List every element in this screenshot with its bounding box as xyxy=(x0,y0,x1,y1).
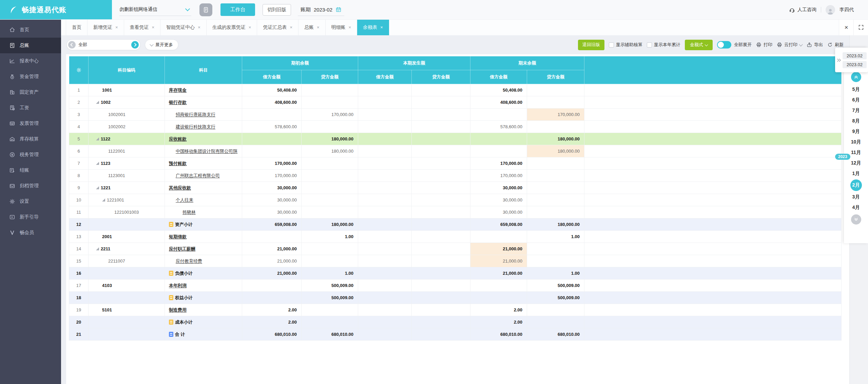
month-item-5月[interactable]: 5月 xyxy=(844,84,868,95)
subject-link[interactable]: 本年利润 xyxy=(169,283,187,289)
month-item-7月[interactable]: 7月 xyxy=(844,105,868,116)
table-row[interactable]: 16负债小计21,000.001.0021,000.001.00 xyxy=(69,267,842,280)
subject-link[interactable]: 招商银行唐延路支行 xyxy=(176,112,215,118)
table-row[interactable]: 71123预付账款170,000.00170,000.00 xyxy=(69,157,842,170)
period-selector[interactable]: 账期 2023-02 xyxy=(298,3,344,16)
avatar[interactable] xyxy=(826,5,835,15)
subject-link[interactable]: 库存现金 xyxy=(169,87,187,93)
tab-凭证汇总表[interactable]: 凭证汇总表× xyxy=(257,19,298,35)
support-link[interactable]: 人工咨询 xyxy=(789,7,816,13)
table-row[interactable]: 152211007应付教育经费21,000.0021,000.00 xyxy=(69,255,842,267)
subject-link[interactable]: 制造费用 xyxy=(169,307,187,313)
month-item-1月[interactable]: 1月 xyxy=(844,168,868,179)
show-ytd-checkbox[interactable] xyxy=(647,42,652,47)
sidebar-item-库存核算[interactable]: 库存核算 xyxy=(0,131,61,147)
tab-查看凭证[interactable]: 查看凭证× xyxy=(124,19,161,35)
close-tab-icon[interactable]: × xyxy=(115,25,118,30)
table-row[interactable]: 91221其他应收款30,000.0030,000.00 xyxy=(69,182,842,194)
month-item-10月[interactable]: 10月 xyxy=(844,137,868,147)
table-row[interactable]: 101221001个人往来30,000.0030,000.00 xyxy=(69,194,842,206)
sidebar-item-畅会员[interactable]: 畅会员 xyxy=(0,225,61,241)
close-tab-icon[interactable]: × xyxy=(249,25,251,30)
show-aux-checkbox-group[interactable]: 显示辅助核算 xyxy=(609,42,642,48)
account-filter[interactable]: 全部 xyxy=(66,39,140,50)
sidebar-item-报表中心[interactable]: 报表中心 xyxy=(0,53,61,69)
table-row[interactable]: 81123001广州联志工程有限公司170,000.00170,000.00 xyxy=(69,170,842,182)
expand-more-button[interactable]: 展开更多 xyxy=(145,39,178,50)
table-row[interactable]: 195101制造费用2.002.00 xyxy=(69,304,842,316)
subject-link[interactable]: 应付教育经费 xyxy=(176,258,202,264)
sidebar-item-首页[interactable]: 首页 xyxy=(0,22,61,38)
tab-生成的发票凭证[interactable]: 生成的发票凭证× xyxy=(207,19,257,35)
fullscreen-icon[interactable] xyxy=(853,19,868,35)
expand-triangle-icon[interactable] xyxy=(96,162,99,165)
export-button[interactable]: 导出 xyxy=(807,42,823,48)
tab-总账[interactable]: 总账× xyxy=(298,19,326,35)
table-row[interactable]: 31002001招商银行唐延路支行170,000.00170,000.00 xyxy=(69,109,842,121)
tab-新增凭证[interactable]: 新增凭证× xyxy=(88,19,124,35)
chevron-right-icon[interactable] xyxy=(131,41,139,49)
sidebar-item-税务管理[interactable]: 税务管理 xyxy=(0,147,61,162)
sidebar-item-结账[interactable]: 结账 xyxy=(0,162,61,178)
subject-link[interactable]: 中国移动集团设计院有限公司陕 xyxy=(176,148,237,154)
show-ytd-checkbox-group[interactable]: 显示本年累计 xyxy=(647,42,680,48)
memo-button[interactable] xyxy=(199,3,212,16)
company-selector[interactable]: 勿删新锐网络通信 xyxy=(119,3,191,16)
tab-明细账[interactable]: 明细账× xyxy=(326,19,358,35)
table-row[interactable]: 21002银行存款408,600.00408,600.00 xyxy=(69,96,842,109)
subject-link[interactable]: 其他应收款 xyxy=(169,185,191,191)
scroll-months-down-icon[interactable] xyxy=(851,214,861,225)
column-settings-gear-icon[interactable] xyxy=(69,56,89,84)
subject-link[interactable]: 广州联志工程有限公司 xyxy=(176,173,220,179)
subject-link[interactable]: 建设银行科技路支行 xyxy=(176,124,215,130)
sidebar-item-归档管理[interactable]: 归档管理 xyxy=(0,178,61,194)
table-row[interactable]: 18权益小计500,009.00500,009.00 xyxy=(69,292,842,304)
subject-link[interactable]: 银行存款 xyxy=(169,99,187,105)
sidebar-item-新手引导[interactable]: 新手引导 xyxy=(0,209,61,225)
period-to[interactable]: 2023.02 xyxy=(843,61,867,68)
table-row[interactable]: 132001短期借款1.001.00 xyxy=(69,231,842,243)
close-tab-icon[interactable]: × xyxy=(152,25,155,30)
expand-triangle-icon[interactable] xyxy=(102,198,105,201)
month-item-9月[interactable]: 9月 xyxy=(844,126,868,137)
chevron-left-icon[interactable] xyxy=(68,41,76,49)
refresh-button[interactable]: 刷新 xyxy=(827,42,844,48)
month-item-3月[interactable]: 3月 xyxy=(844,192,868,202)
table-row[interactable]: 21合 计680,010.00680,010.00680,010.00680,0… xyxy=(69,328,842,341)
subject-link[interactable]: 短期借款 xyxy=(169,234,187,240)
period-from[interactable]: 2023.02 xyxy=(843,52,867,59)
show-aux-checkbox[interactable] xyxy=(609,42,614,47)
month-item-8月[interactable]: 8月 xyxy=(844,116,868,126)
close-tab-icon[interactable]: × xyxy=(317,25,320,30)
scroll-months-up-icon[interactable] xyxy=(851,72,861,82)
print-button[interactable]: 打印 xyxy=(756,42,772,48)
subject-link[interactable]: 应收账款 xyxy=(169,136,187,142)
expand-triangle-icon[interactable] xyxy=(96,247,99,250)
username[interactable]: 李四代 xyxy=(840,7,854,13)
close-tab-icon[interactable]: × xyxy=(290,25,292,30)
table-row[interactable]: 51122应收账款180,000.00180,000.00 xyxy=(69,133,842,145)
month-item-2月[interactable]: 2月 xyxy=(844,179,868,192)
sidebar-item-资金管理[interactable]: 资金管理 xyxy=(0,69,61,84)
close-tab-icon[interactable]: × xyxy=(349,25,351,30)
table-row[interactable]: 41002002建设银行科技路支行578,600.00578,600.00 xyxy=(69,121,842,133)
subject-link[interactable]: 预付账款 xyxy=(169,160,187,167)
tab-余额表[interactable]: 余额表× xyxy=(357,19,389,35)
switch-old-version-button[interactable]: 切到旧版 xyxy=(263,4,291,16)
table-row[interactable]: 142211应付职工薪酬21,000.0021,000.00 xyxy=(69,243,842,255)
back-to-old-button[interactable]: 退回旧版 xyxy=(578,40,604,50)
table-row[interactable]: 111221001003韩晓林30,000.0030,000.00 xyxy=(69,206,842,218)
sidebar-item-工资[interactable]: 工资 xyxy=(0,100,61,116)
table-row[interactable]: 11001库存现金50,408.0050,408.00 xyxy=(69,84,842,96)
tab-首页[interactable]: 首页 xyxy=(66,19,88,35)
sidebar-item-发票管理[interactable]: 发票管理 xyxy=(0,116,61,131)
close-tab-icon[interactable]: × xyxy=(198,25,200,30)
expand-triangle-icon[interactable] xyxy=(96,137,99,140)
expand-all-toggle[interactable] xyxy=(717,41,731,49)
table-row[interactable]: 12资产小计659,008.00180,000.00659,008.00180,… xyxy=(69,218,842,231)
expand-triangle-icon[interactable] xyxy=(96,101,99,104)
sidebar-item-固定资产[interactable]: 固定资产 xyxy=(0,84,61,100)
table-row[interactable]: 61122001中国移动集团设计院有限公司陕180,000.00180,000.… xyxy=(69,145,842,157)
tab-智能凭证中心[interactable]: 智能凭证中心× xyxy=(160,19,207,35)
subject-link[interactable]: 个人往来 xyxy=(176,197,193,203)
